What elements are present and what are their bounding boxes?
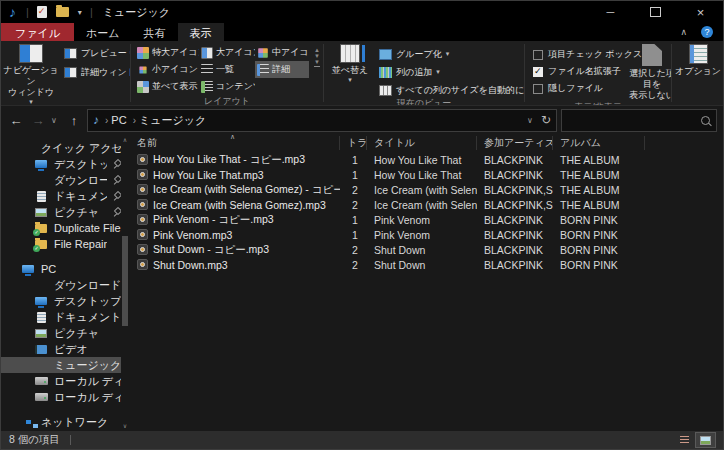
breadcrumb[interactable]: ♪ ›PC ›ミュージック ∨ ↻ [87,109,557,132]
chevron-right-icon[interactable]: › [102,115,111,126]
search-input[interactable] [568,113,701,127]
scroll-up-icon[interactable]: ∧ [123,136,127,143]
hide-selected-button[interactable]: 選択した項目を 表示しない [625,41,671,101]
layout-option[interactable]: 一覧 [199,61,255,78]
search-icon[interactable] [701,116,710,125]
layout-option[interactable]: 大アイコン [199,44,255,61]
layout-option[interactable]: 中アイコン [255,44,309,61]
layout-option[interactable]: 特大アイコン [135,44,199,61]
refresh-icon[interactable]: ↻ [541,113,551,127]
ribbon-checkbox[interactable]: 隠しファイル [533,82,625,95]
thumbnail-view-button[interactable] [696,433,715,447]
column-header-empty[interactable] [645,136,723,150]
file-row[interactable]: Ice Cream (with Selena Gomez) - コピー.mp3 … [130,182,723,197]
chevron-down-icon: ▾ [348,76,352,84]
breadcrumb-segment[interactable]: ›PC [102,114,127,126]
file-name-cell[interactable]: Pink Venom.mp3 [130,229,340,241]
ribbon-checkbox[interactable]: 項目チェック ボックス [533,48,625,61]
ribbon-tab[interactable]: 共有 [132,23,178,41]
chevron-down-icon[interactable]: ∨ [527,116,533,125]
sidebar-item[interactable]: File Repair [1,236,121,252]
sidebar-item[interactable]: ピクチャ [1,204,121,220]
options-icon [689,44,708,64]
column-header-album[interactable]: アルバム [553,136,645,150]
sidebar-item[interactable]: ピクチャ [1,325,121,341]
file-row[interactable]: Pink Venom - コピー.mp3 1 Pink Venom BLACKP… [130,212,723,227]
ribbon-checkbox[interactable]: ファイル名拡張子 [533,65,625,78]
file-name-cell[interactable]: Shut Down.mp3 [130,259,340,271]
up-icon[interactable]: ↑ [65,113,83,128]
file-name-cell[interactable]: How You Like That.mp3 [130,169,340,181]
file-row[interactable]: Shut Down - コピー.mp3 2 Shut Down BLACKPIN… [130,242,723,257]
sidebar-item[interactable]: ローカル ディスク (D:) [1,389,121,405]
navigation-pane-button[interactable]: ナビゲーション ウィンドウ ▾ [1,41,61,105]
file-name-cell[interactable]: Shut Down - コピー.mp3 [130,243,340,257]
layout-option[interactable]: コンテンツ [199,78,255,95]
file-name-cell[interactable]: Ice Cream (with Selena Gomez).mp3 [130,199,340,211]
ribbon-tab[interactable]: ホーム [74,23,132,41]
forward-icon[interactable]: → [29,113,47,128]
pane-toggle-button[interactable]: プレビュー ウィンドウ [61,46,130,60]
file-name-cell[interactable]: Pink Venom - コピー.mp3 [130,213,340,227]
current-view-button[interactable]: すべての列のサイズを自動的に変更する [376,83,524,97]
collapse-ribbon-icon[interactable]: ∧ [680,27,687,37]
sidebar-item[interactable]: ローカル ディスク (C:) [1,373,121,389]
layout-option[interactable]: 詳細 [255,61,309,78]
scroll-down-icon[interactable]: ∨ [123,422,127,429]
file-row[interactable]: Ice Cream (with Selena Gomez).mp3 2 Ice … [130,197,723,212]
layout-option[interactable]: 並べて表示 [135,78,199,95]
qat-dropdown-icon[interactable]: ▾ [78,8,82,17]
sidebar-item[interactable]: BACKING [1,430,121,431]
sidebar-item[interactable]: PC [1,261,121,277]
column-header-artist[interactable]: 参加アーティスト [477,136,553,150]
details-view-button[interactable] [675,433,694,447]
checkbox-icon[interactable] [533,84,543,94]
recent-dropdown-icon[interactable]: ∨ [51,116,61,125]
sidebar-item[interactable]: デスクトップ [1,156,121,172]
sidebar-item[interactable]: ダウンロード [1,172,121,188]
column-header-title[interactable]: タイトル [367,136,477,150]
pane-toggle-button[interactable]: 詳細ウィンドウ [61,65,130,79]
gallery-more-icon[interactable]: ▼ [314,59,320,67]
checkbox-icon[interactable] [533,67,543,77]
file-row[interactable]: How You Like That.mp3 1 How You Like Tha… [130,167,723,182]
scrollbar-thumb[interactable] [122,236,128,326]
layout-option-icon [258,48,268,58]
sidebar-item[interactable]: ミュージック [1,357,121,373]
sidebar-item[interactable]: Duplicate File Deleter [1,220,121,236]
properties-icon[interactable] [37,6,47,18]
layout-option[interactable]: 小アイコン [135,61,199,78]
options-button[interactable]: オプション [673,41,723,77]
sidebar-item[interactable]: ドキュメント [1,309,121,325]
sidebar-item[interactable]: ダウンロード [1,277,121,293]
gallery-scroll[interactable]: ▲ ▼ ▼ [311,41,323,71]
file-row[interactable]: Pink Venom.mp3 1 Pink Venom BLACKPINK BO… [130,227,723,242]
checkbox-icon[interactable] [533,50,543,60]
help-icon[interactable]: ? [701,26,713,38]
breadcrumb-segment[interactable]: ›ミュージック [130,113,207,128]
file-artist-cell: BLACKPINK [477,169,553,181]
file-row[interactable]: How You Like That - コピー.mp3 1 How You Li… [130,152,723,167]
file-name-cell[interactable]: Ice Cream (with Selena Gomez) - コピー.mp3 [130,183,340,197]
sidebar-item[interactable]: クイック アクセス [1,140,121,156]
ribbon-tab[interactable]: 表示 [178,23,224,41]
chevron-right-icon[interactable]: › [130,115,139,126]
minimize-button[interactable]: ─ [588,1,633,23]
new-folder-icon[interactable] [56,7,69,17]
sort-by-button[interactable]: 並べ替え ▾ [324,41,376,84]
current-view-button[interactable]: グループ化 ▾ [376,47,524,61]
maximize-button[interactable] [633,1,678,23]
current-view-button[interactable]: 列の追加 ▾ [376,65,524,79]
sidebar-item[interactable]: デスクトップ [1,293,121,309]
ribbon-tab[interactable]: ファイル [1,23,74,41]
file-name-cell[interactable]: How You Like That - コピー.mp3 [130,153,340,167]
sidebar-scrollbar[interactable]: ∧ ∨ [121,136,129,429]
sidebar-item[interactable]: ドキュメント [1,188,121,204]
back-icon[interactable]: ← [7,113,25,128]
sidebar-item[interactable]: ビデオ [1,341,121,357]
sidebar-item[interactable]: ネットワーク [1,414,121,430]
search-box[interactable] [561,109,717,132]
column-header-track[interactable]: トラ... [340,136,367,150]
file-row[interactable]: Shut Down.mp3 2 Shut Down BLACKPINK BORN… [130,257,723,272]
close-button[interactable]: × [678,1,723,23]
